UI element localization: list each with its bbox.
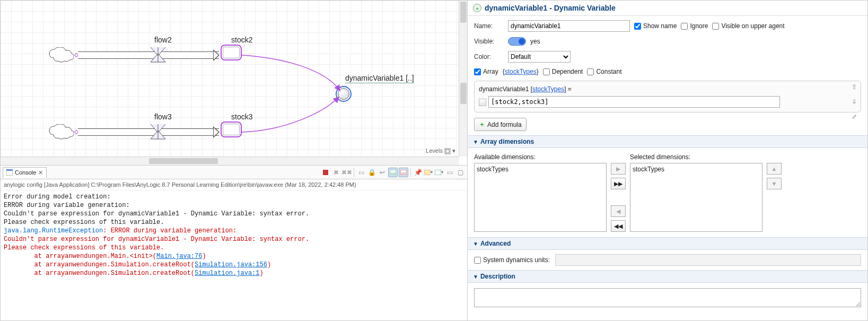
ignore-checkbox[interactable]: Ignore [681, 22, 708, 30]
name-label: Name: [474, 22, 504, 30]
levels-label: Levels [426, 148, 443, 154]
levels-indicator[interactable]: Levels ▾ [426, 148, 455, 154]
source-cloud-flow3[interactable] [48, 124, 74, 140]
code-indicator-icon [479, 99, 486, 106]
exception-link[interactable]: java.lang.RuntimeException [4, 227, 103, 235]
clear-console-button[interactable]: ▭ [356, 168, 366, 177]
svg-rect-12 [435, 170, 441, 175]
formula-header: dynamicVariable1 [stockTypes] = [479, 85, 856, 93]
list-item[interactable]: stockTypes [633, 166, 760, 173]
dynamic-variable-icon: ∘ [473, 4, 481, 12]
app-root: flow2 stock2 flow3 stock3 dynamicVariabl… [0, 0, 868, 321]
color-select[interactable]: Default [508, 51, 571, 63]
console-tabbar: Console ✕ ✖ ✖✖ ▭ 🔒 ↩ 📌 ▾ ▾ ▭ ▢ [1, 166, 467, 179]
console-tab-label: Console [15, 169, 36, 176]
visible-toggle[interactable] [508, 37, 526, 46]
properties-panel: ∘ dynamicVariable1 - Dynamic Variable Na… [468, 1, 867, 320]
dimensions-editor: Available dimensions: stockTypes ▶ ▶▶ ◀ … [468, 148, 867, 237]
expand-icon[interactable]: ⤢ [850, 113, 858, 122]
visible-value: yes [530, 38, 540, 45]
visible-upper-checkbox[interactable]: Visible on upper agent [712, 22, 784, 30]
formula-input[interactable] [488, 96, 780, 108]
stack-link[interactable]: Simulation.java:156 [195, 261, 267, 268]
formula-group: dynamicVariable1 [stockTypes] = ⇧ ⇩ ⤢ [474, 81, 861, 112]
dependent-checkbox[interactable]: Dependent [543, 68, 583, 75]
minimize-view-button[interactable]: ▭ [445, 168, 454, 177]
section-array-dimensions[interactable]: ▼Array dimensions [468, 135, 867, 148]
flow2-channel[interactable] [78, 51, 219, 59]
properties-header: ∘ dynamicVariable1 - Dynamic Variable [468, 1, 867, 16]
remove-launch-button[interactable]: ✖ [331, 168, 341, 177]
section-advanced[interactable]: ▼Advanced [468, 237, 867, 250]
svg-rect-3 [446, 150, 449, 153]
show-name-checkbox[interactable]: Show name [634, 22, 677, 30]
maximize-view-button[interactable]: ▢ [455, 168, 465, 177]
dynamic-variable-node[interactable] [338, 88, 349, 100]
remove-all-button[interactable]: ✖✖ [342, 168, 352, 177]
console-tab[interactable]: Console ✕ [3, 167, 47, 178]
canvas-horizontal-scrollbar[interactable] [1, 157, 459, 165]
stack-link[interactable]: Main.java:76 [156, 253, 202, 260]
move-up-icon[interactable]: ⇧ [850, 83, 858, 92]
source-cloud-flow2[interactable] [48, 47, 74, 63]
flow2-label: flow2 [154, 36, 172, 44]
console-icon [6, 169, 13, 176]
color-label: Color: [474, 53, 504, 60]
list-item[interactable]: stockTypes [477, 166, 604, 173]
open-console-menu-button[interactable]: ▾ [434, 168, 444, 177]
selected-dims-label: Selected dimensions: [630, 153, 762, 161]
flow3-valve[interactable] [149, 123, 167, 141]
constant-checkbox[interactable]: Constant [587, 68, 621, 75]
move-down-icon[interactable]: ⇩ [850, 98, 858, 107]
word-wrap-button[interactable]: ↩ [378, 168, 387, 177]
show-on-error-button[interactable] [399, 168, 408, 177]
flow3-channel[interactable] [78, 128, 219, 136]
svg-rect-6 [323, 170, 328, 175]
stock3-label: stock3 [231, 112, 252, 121]
visible-label: Visible: [474, 38, 504, 45]
svg-rect-8 [390, 172, 396, 175]
add-all-dims-button[interactable]: ▶▶ [611, 178, 626, 189]
canvas-vertical-scrollbar[interactable] [459, 1, 467, 157]
stack-link[interactable]: Simulation.java:1 [195, 270, 259, 277]
array-dims-link[interactable]: stockTypes [505, 68, 537, 75]
svg-rect-5 [6, 169, 13, 171]
stock2-label: stock2 [231, 36, 252, 44]
flow3-label: flow3 [154, 112, 172, 121]
plus-icon: ＋ [479, 120, 485, 129]
stock2-block[interactable] [223, 47, 240, 58]
available-dims-label: Available dimensions: [474, 153, 607, 161]
name-input[interactable] [508, 20, 630, 32]
stock3-block[interactable] [223, 124, 240, 135]
scroll-lock-button[interactable]: 🔒 [367, 168, 376, 177]
system-dynamics-units-checkbox[interactable]: System dynamics units: [474, 256, 550, 264]
console-output[interactable]: Error during model creation: ERROR durin… [1, 190, 467, 320]
add-dim-button[interactable]: ▶ [611, 163, 626, 175]
add-formula-button[interactable]: ＋ Add formula [474, 118, 527, 131]
section-description[interactable]: ▼Description [468, 270, 867, 283]
available-dims-list[interactable]: stockTypes [474, 163, 607, 232]
flow2-valve[interactable] [149, 46, 167, 64]
remove-dim-button[interactable]: ◀ [611, 205, 626, 217]
display-selected-button[interactable]: ▾ [424, 168, 433, 177]
console-launch-header: anylogic config [Java Application] C:\Pr… [1, 179, 467, 190]
diagram-canvas[interactable]: flow2 stock2 flow3 stock3 dynamicVariabl… [1, 1, 467, 166]
close-icon[interactable]: ✕ [38, 169, 43, 176]
dim-up-button[interactable]: ▲ [767, 163, 782, 175]
remove-all-dims-button[interactable]: ◀◀ [611, 220, 626, 232]
dim-down-button[interactable]: ▼ [767, 178, 782, 189]
svg-rect-11 [424, 170, 431, 175]
dynamic-variable-label: dynamicVariable1 [..] [345, 74, 414, 83]
units-field [555, 254, 861, 266]
pin-console-button[interactable]: 📌 [413, 168, 423, 177]
svg-rect-10 [401, 172, 406, 175]
formula-dim-link[interactable]: stockTypes [532, 85, 564, 93]
left-column: flow2 stock2 flow3 stock3 dynamicVariabl… [1, 1, 468, 320]
selected-dims-list[interactable]: stockTypes [630, 163, 762, 232]
properties-title: dynamicVariable1 - Dynamic Variable [485, 4, 616, 12]
console-view: Console ✕ ✖ ✖✖ ▭ 🔒 ↩ 📌 ▾ ▾ ▭ ▢ a [1, 166, 467, 320]
show-on-output-button[interactable] [388, 168, 398, 177]
terminate-button[interactable] [321, 168, 330, 177]
array-checkbox[interactable]: Array [474, 68, 498, 75]
description-textarea[interactable] [474, 288, 861, 307]
